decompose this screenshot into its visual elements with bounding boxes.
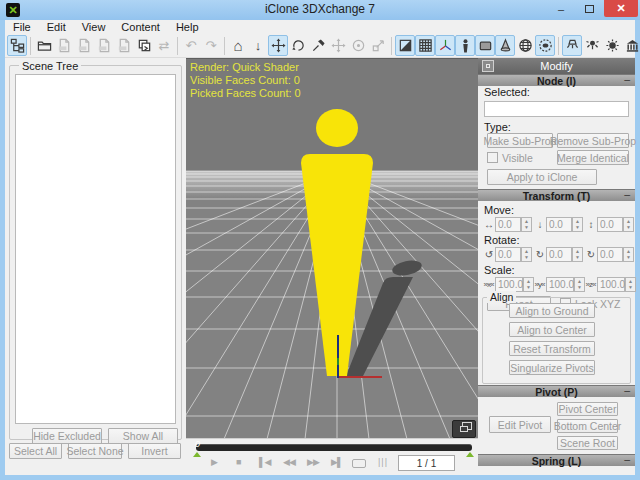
timeline-track[interactable] [196,444,472,451]
pivot-center-button[interactable]: Pivot Center [557,402,618,416]
point-light-button[interactable] [582,35,602,56]
fast-forward-button[interactable]: ▶▶ [307,457,319,467]
scene-tree-toggle-button[interactable] [7,35,27,56]
reset-transform-button[interactable]: Reset Transform [509,341,595,356]
move-x-value[interactable]: 0.0 [495,217,521,232]
frame-step-icon[interactable]: ||| [378,457,388,467]
spin-down-icon[interactable]: ▼ [524,224,529,230]
rotate-x-spinner[interactable]: ↺ 0.0 ▲▼ [482,246,532,262]
singularize-pivots-button[interactable]: Singularize Pivots [509,360,595,375]
preview-light-toggle-button[interactable] [562,35,582,56]
frame-counter-field[interactable]: 1 / 1 [398,455,455,471]
spin-down-icon[interactable]: ▼ [626,254,631,260]
rewind-button[interactable]: ◀◀ [283,457,295,467]
scale-z-updown[interactable]: ▲▼ [625,277,636,292]
stop-button[interactable]: ■ [236,457,240,467]
align-to-ground-button[interactable]: Align to Ground [509,303,595,318]
move-z-value[interactable]: 0.0 [597,217,623,232]
collapse-spring-icon[interactable]: – [624,453,630,465]
scale-z-value[interactable]: 100.0 [597,277,625,292]
menu-content[interactable]: Content [113,20,168,34]
import-skp-button[interactable] [114,35,134,56]
go-to-end-button[interactable]: ▶▌ [331,457,342,467]
spin-down-icon[interactable]: ▼ [626,224,631,230]
import-3ds-button[interactable] [94,35,114,56]
go-to-start-button[interactable]: ▌◀ [259,457,270,467]
maximize-button[interactable] [576,0,602,17]
scale-x-value[interactable]: 100.0 [495,277,523,292]
spin-down-icon[interactable]: ▼ [575,224,580,230]
section-node[interactable]: Node (I) – [478,74,635,86]
remove-subprop-button[interactable]: Remove Sub-Prop [557,133,629,148]
spin-down-icon[interactable]: ▼ [526,284,531,290]
collapse-pivot-icon[interactable]: – [624,384,630,396]
spin-down-icon[interactable]: ▼ [628,284,633,290]
move-x-spinner[interactable]: ↔ 0.0 ▲▼ [482,216,532,232]
merge-identical-button[interactable]: Merge Identical [557,150,629,165]
range-start-marker[interactable] [193,452,201,457]
section-transform[interactable]: Transform (T) – [478,189,635,201]
cone-marker-toggle-button[interactable] [495,35,515,56]
move-z-updown[interactable]: ▲▼ [623,217,634,232]
rotate-y-updown[interactable]: ▲▼ [572,247,583,262]
rotate-pivot-button[interactable] [348,35,368,56]
select-none-button[interactable]: Select None [68,443,122,459]
rotate-tool-button[interactable] [288,35,308,56]
scale-z-spinner[interactable]: »z« 100.0 ▲▼ [584,276,636,292]
menu-view[interactable]: View [74,20,114,34]
section-pivot[interactable]: Pivot (P) – [478,385,635,397]
play-button[interactable]: ▶ [211,457,217,467]
show-all-button[interactable]: Show All [108,428,178,444]
section-spring[interactable]: Spring (L) – [478,454,635,466]
home-view-button[interactable]: ⌂ [228,35,248,56]
rotate-z-spinner[interactable]: ↻ 0.0 ▲▼ [584,246,634,262]
edit-pivot-button[interactable]: Edit Pivot [489,416,551,433]
shadow-toggle-button[interactable] [535,35,555,56]
move-tool-button[interactable] [268,35,288,56]
environment-button[interactable] [622,35,640,56]
spin-down-icon[interactable]: ▼ [524,254,529,260]
viewport-maximize-button[interactable] [452,420,476,438]
align-to-center-button[interactable]: Align to Center [509,322,595,337]
move-pivot-button[interactable] [328,35,348,56]
move-y-spinner[interactable]: ↓ 0.0 ▲▼ [533,216,583,232]
dummy-figure-toggle-button[interactable] [455,35,475,56]
select-all-button[interactable]: Select All [9,443,62,459]
menu-file[interactable]: File [5,20,39,34]
axis-toggle-button[interactable] [435,35,455,56]
make-subprop-button[interactable]: Make Sub-Prop [487,133,553,148]
redo-button[interactable]: ↷ [201,35,221,56]
close-button[interactable]: ✕ [604,0,638,17]
import-fbx-button[interactable] [74,35,94,56]
apply-to-iclone-button[interactable]: Apply to iClone [487,169,597,185]
move-y-updown[interactable]: ▲▼ [572,217,583,232]
import-obj-button[interactable] [54,35,74,56]
collapse-node-icon[interactable]: – [624,73,630,85]
scale-x-spinner[interactable]: »x« 100.0 ▲▼ [482,276,534,292]
minimize-button[interactable]: – [548,0,574,17]
drop-to-ground-button[interactable]: ↓ [248,35,268,56]
dock-panel-button[interactable] [482,60,494,72]
wireframe-toggle-button[interactable] [515,35,535,56]
scene-tree-list[interactable] [15,74,176,424]
sync-button[interactable]: ⇄ [154,35,174,56]
ground-plane-toggle-button[interactable] [475,35,495,56]
rotate-x-updown[interactable]: ▲▼ [521,247,532,262]
menu-edit[interactable]: Edit [39,20,74,34]
loop-toggle-button[interactable] [352,459,366,468]
move-z-spinner[interactable]: ↕ 0.0 ▲▼ [584,216,634,232]
scale-tool-button[interactable] [368,35,388,56]
range-end-marker[interactable] [466,452,474,457]
move-x-updown[interactable]: ▲▼ [521,217,532,232]
spin-down-icon[interactable]: ▼ [575,254,580,260]
rotate-y-spinner[interactable]: ↻ 0.0 ▲▼ [533,246,583,262]
background-toggle-button[interactable] [395,35,415,56]
scale-y-value[interactable]: 100.0 [546,277,574,292]
scale-y-spinner[interactable]: »y« 100.0 ▲▼ [533,276,585,292]
rotate-x-value[interactable]: 0.0 [495,247,521,262]
rotate-z-value[interactable]: 0.0 [597,247,623,262]
hide-excluded-button[interactable]: Hide Excluded [32,428,102,444]
bottom-center-button[interactable]: Bottom Center [557,419,618,433]
menu-help[interactable]: Help [168,20,207,34]
collapse-transform-icon[interactable]: – [624,188,630,200]
